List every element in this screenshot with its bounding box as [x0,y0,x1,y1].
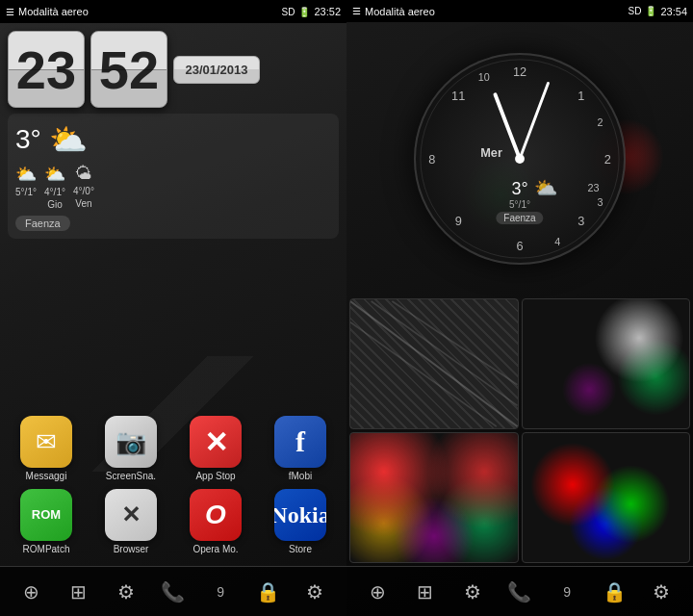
right-panel: ☰ Modalità aereo SD 🔋 23:54 12 1 2 [346,0,693,616]
dock-icon-5[interactable]: 9 [205,577,236,607]
svg-text:9: 9 [455,214,462,228]
browser-label: Browser [114,544,149,554]
messaggi-label: Messaggi [26,471,67,481]
date-value: 23/01/2013 [184,63,249,77]
gallery-item-3[interactable] [349,432,519,563]
right-battery-icon: 🔋 [645,6,656,16]
dock-icon-4[interactable]: 📞 [158,577,189,607]
appstop-label: App Stop [195,471,235,481]
app-fmobi[interactable]: f fMobi [262,416,339,481]
svg-text:2: 2 [597,116,603,128]
right-airplane-mode: Modalità aereo [365,6,435,17]
left-panel: ☰ Modalità aereo SD 🔋 23:52 23 52 23/01/… [0,0,346,616]
gallery-item-2[interactable] [522,298,691,429]
svg-point-18 [518,157,522,161]
svg-text:Mer: Mer [480,145,502,160]
gallery-item-1[interactable] [349,298,519,429]
gallery-item-4[interactable] [522,432,691,563]
svg-text:1: 1 [578,89,584,103]
app-messaggi[interactable]: ✉ Messaggi [8,416,85,481]
app-rompatch[interactable]: ROM ROMPatch [8,489,85,554]
dock-icon-3[interactable]: ⚙ [111,577,141,607]
today-range: 5°/1° [15,187,37,197]
left-status-left: ☰ Modalità aereo [6,6,89,17]
right-dock-icon-1[interactable]: ⊕ [363,577,394,607]
svg-text:3: 3 [578,214,584,228]
ven-range: 4°/0° [73,186,94,196]
right-time: 23:54 [660,6,687,17]
date-widget: 23/01/2013 [173,56,260,84]
app-opera[interactable]: O Opera Mo. [177,489,254,554]
dock-icon-2[interactable]: ⊞ [64,577,94,607]
left-status-bar: ☰ Modalità aereo SD 🔋 23:52 [0,0,346,23]
ven-name: Ven [75,198,91,209]
screensnapshot-label: ScreenSna. [106,471,156,481]
svg-text:2: 2 [604,152,611,167]
weather-ven: 🌤 4°/0° Ven [73,164,94,210]
fmobi-icon-bg: f [274,416,326,468]
nokia-icon-bg: Nokia [274,489,326,541]
appstop-icon-bg: ✕ [190,416,242,468]
weather-days: ⛅ 5°/1° ⛅ 4°/1° Gio 🌤 4°/0° Ven [15,164,331,210]
gallery-diagonal-svg [350,299,518,428]
weather-icon-big: ⛅ [49,121,88,158]
rompatch-label: ROMPatch [23,544,70,554]
opera-icon-bg: O [190,489,242,541]
clock-weather-temp: 3° [511,179,527,199]
svg-text:11: 11 [451,89,465,103]
ven-icon: 🌤 [75,164,92,184]
dock-icon-6[interactable]: 🔒 [252,577,283,607]
nokia-label: Store [289,544,312,554]
browser-icon-bg: ✕ [105,489,157,541]
gio-name: Gio [47,199,63,210]
left-airplane-mode: Modalità aereo [18,6,89,17]
right-dock-icon-5[interactable]: 9 [552,577,582,607]
right-dock-icon-7[interactable]: ⚙ [646,577,677,607]
right-sd-icon: SD [629,6,642,16]
svg-text:10: 10 [478,71,490,83]
right-menu-icon: ☰ [352,6,361,16]
weather-location: Faenza [15,216,70,231]
flip-minute: 52 [90,31,167,108]
opera-label: Opera Mo. [192,544,238,554]
svg-text:6: 6 [516,239,523,253]
clock-svg: 12 1 2 3 6 9 8 11 10 2 23 4 3 Mer [416,55,624,263]
svg-line-20 [350,301,518,426]
svg-text:3: 3 [597,196,603,208]
right-dock-icon-2[interactable]: ⊞ [410,577,441,607]
flip-clock: 23 52 23/01/2013 [8,31,339,108]
app-nokia[interactable]: Nokia Store [262,489,339,554]
right-dock-icon-4[interactable]: 📞 [504,577,535,607]
battery-icon: 🔋 [298,7,310,17]
left-status-right: SD 🔋 23:52 [282,6,341,17]
right-status-left: ☰ Modalità aereo [352,6,435,17]
weather-temp: 3° [15,124,41,155]
clock-face: 12 1 2 3 6 9 8 11 10 2 23 4 3 Mer [416,55,624,263]
svg-text:4: 4 [554,236,560,247]
fmobi-label: fMobi [289,471,312,481]
svg-line-22 [392,301,517,385]
left-bottom-dock: ⊕ ⊞ ⚙ 📞 9 🔒 ⚙ [0,566,346,616]
weather-widget: 3° ⛅ ⛅ 5°/1° ⛅ 4°/1° Gio 🌤 4°/0° Ven [8,114,339,239]
left-time: 23:52 [314,6,341,17]
app-browser[interactable]: ✕ Browser [92,489,169,554]
right-bottom-dock: ⊕ ⊞ ⚙ 📞 9 🔒 ⚙ [346,566,693,616]
gio-icon: ⛅ [44,164,65,185]
analog-clock: 12 1 2 3 6 9 8 11 10 2 23 4 3 Mer [414,53,626,265]
right-dock-icon-6[interactable]: 🔒 [599,577,629,607]
weather-gio: ⛅ 4°/1° Gio [44,164,65,210]
today-icon: ⛅ [15,164,37,185]
dock-icon-1[interactable]: ⊕ [16,577,47,607]
dock-icon-7[interactable]: ⚙ [299,577,330,607]
flip-hour: 23 [8,31,85,108]
widget-area: 23 52 23/01/2013 3° ⛅ ⛅ 5°/1° ⛅ 4°/1° Gi… [0,23,346,246]
clock-weather-location: Faenza [496,212,543,224]
right-dock-icon-3[interactable]: ⚙ [457,577,488,607]
svg-text:8: 8 [428,152,435,167]
app-screensnapshot[interactable]: 📷 ScreenSna. [92,416,169,481]
app-appstop[interactable]: ✕ App Stop [177,416,254,481]
weather-today: ⛅ 5°/1° [15,164,37,210]
clock-weather-overlay: 3° 5°/1° Faenza [496,179,543,224]
menu-icon: ☰ [6,7,14,17]
messaggi-icon: ✉ [20,416,72,468]
